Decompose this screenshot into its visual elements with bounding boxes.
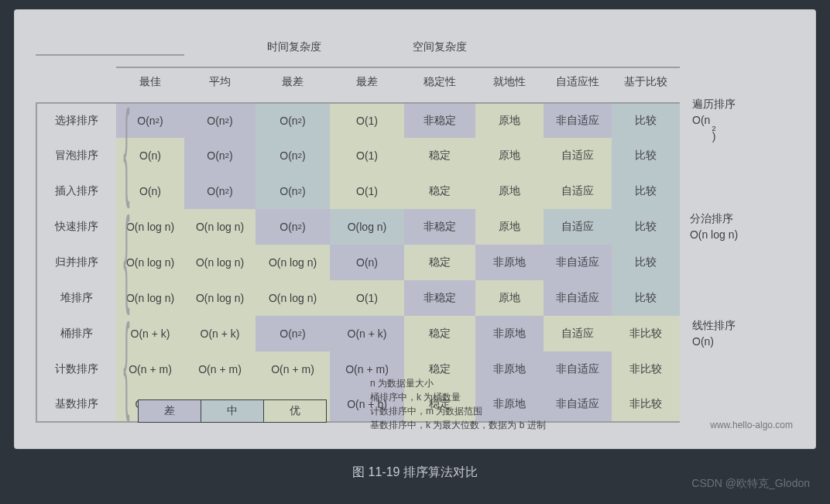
table-cell: 稳定 [404, 316, 475, 351]
table-cell: 自适应 [544, 316, 612, 351]
table-cell: 原地 [475, 138, 544, 173]
table-cell: 自适应 [544, 138, 612, 173]
table-cell: 原地 [475, 102, 544, 138]
table-cell: O(n) [330, 245, 404, 280]
table-cell: O(1) [330, 102, 404, 138]
table-cell: 自适应 [544, 173, 612, 209]
table-cell: 比较 [612, 102, 680, 138]
table-cell: 稳定 [404, 138, 475, 173]
table-cell: 非自适应 [544, 280, 612, 316]
table-cell: 非自适应 [544, 387, 612, 423]
header-spacer [475, 31, 748, 54]
legend-bad: 差 [139, 400, 201, 422]
note-line: n 为数据量大小 [370, 376, 546, 390]
header-adaptive: 自适应性 [544, 67, 612, 96]
legend-good: 优 [263, 400, 326, 422]
table-cell: 自适应 [544, 209, 612, 245]
table-cell: O(n log n) [184, 209, 256, 245]
table-cell: 原地 [475, 209, 544, 245]
table-cell: O(n2) [256, 173, 330, 209]
figure-panel: 时间复杂度空间复杂度最佳平均最差最差稳定性就地性自适应性基于比较遍历排序O(n2… [14, 9, 816, 449]
table-cell: 比较 [612, 173, 680, 209]
table-cell: O(log n) [330, 209, 404, 245]
header-spacer [36, 67, 116, 94]
table-cell: 非自适应 [544, 245, 612, 280]
table-cell: O(n + k) [330, 316, 404, 351]
category-label: 分治排序O(n log n) [680, 173, 748, 280]
table-cell: 比较 [612, 209, 680, 245]
note-line: 桶排序中，k 为桶数量 [370, 390, 546, 404]
table-cell: 非比较 [612, 351, 680, 387]
row-label: 快速排序 [36, 209, 116, 245]
table-cell: 稳定 [404, 173, 475, 209]
table-cell: 原地 [475, 280, 544, 316]
row-label: 基数排序 [36, 387, 116, 423]
table-cell: 非自适应 [544, 351, 612, 387]
table-cell: O(n log n) [256, 245, 330, 280]
category-label: 遍历排序O(n2) [680, 67, 748, 173]
table-cell: O(n + m) [256, 351, 330, 387]
table-cell: 非原地 [475, 245, 544, 280]
header-compare: 基于比较 [612, 67, 680, 96]
table-cell: O(n log n) [184, 245, 256, 280]
category-label: 线性排序O(n) [680, 280, 748, 387]
row-label: 堆排序 [36, 280, 116, 316]
header-time: 时间复杂度 [184, 31, 404, 54]
table-cell: O(1) [330, 280, 404, 316]
table-cell: O(1) [330, 173, 404, 209]
note-line: 基数排序中，k 为最大位数，数据为 b 进制 [370, 418, 546, 432]
table-cell: 非原地 [475, 316, 544, 351]
table-cell: O(n log n) [256, 280, 330, 316]
table-cell: 原地 [475, 173, 544, 209]
watermark: CSDN @欧特克_Glodon [691, 477, 810, 491]
table-cell: 非稳定 [404, 102, 475, 138]
table-cell: 比较 [612, 280, 680, 316]
table-cell: 稳定 [404, 245, 475, 280]
note-line: 计数排序中，m 为数据范围 [370, 404, 546, 418]
legend-mid: 中 [201, 400, 263, 422]
table-cell: O(n log n) [184, 280, 256, 316]
table-cell: O(n + k) [184, 316, 256, 351]
table-cell: O(n2) [256, 316, 330, 351]
header-space: 空间复杂度 [404, 31, 475, 54]
table-cell: 比较 [612, 245, 680, 280]
source-url: www.hello-algo.com [710, 420, 793, 430]
header-spacer [36, 31, 184, 56]
table-cell: 非比较 [612, 387, 680, 423]
table-cell: O(n2) [184, 102, 256, 138]
row-label: 桶排序 [36, 316, 116, 351]
table-cell: O(n + m) [184, 351, 256, 387]
table-cell: 比较 [612, 138, 680, 173]
legend: 差 中 优 [138, 399, 327, 423]
header-space-worst: 最差 [330, 67, 404, 96]
row-label: 冒泡排序 [36, 138, 116, 173]
row-label: 计数排序 [36, 351, 116, 387]
table-cell: O(n2) [256, 138, 330, 173]
table-cell: O(n2) [256, 209, 330, 245]
row-label: 插入排序 [36, 173, 116, 209]
table-cell: 非稳定 [404, 280, 475, 316]
table-cell: O(n2) [184, 138, 256, 173]
table-cell: 非自适应 [544, 102, 612, 138]
row-label: 选择排序 [36, 102, 116, 138]
header-stable: 稳定性 [404, 67, 475, 96]
header-avg: 平均 [184, 67, 256, 96]
table-cell: 非稳定 [404, 209, 475, 245]
table-cell: O(1) [330, 138, 404, 173]
header-inplace: 就地性 [475, 67, 544, 96]
table-cell: O(n2) [184, 173, 256, 209]
header-worst: 最差 [256, 67, 330, 96]
row-label: 归并排序 [36, 245, 116, 280]
footnotes: n 为数据量大小 桶排序中，k 为桶数量 计数排序中，m 为数据范围 基数排序中… [370, 376, 546, 432]
comparison-table: 时间复杂度空间复杂度最佳平均最差最差稳定性就地性自适应性基于比较遍历排序O(n2… [36, 31, 748, 423]
table-cell: 非比较 [612, 316, 680, 351]
table-cell: O(n2) [256, 102, 330, 138]
